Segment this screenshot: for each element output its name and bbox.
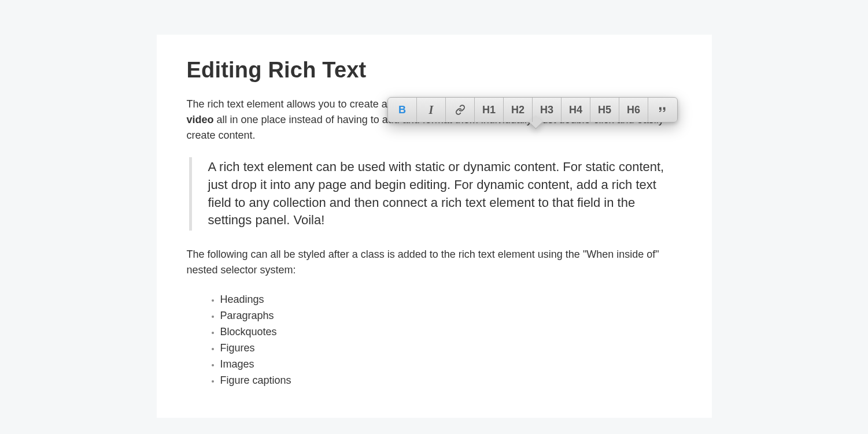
- list-item[interactable]: Blockquotes: [220, 324, 682, 340]
- list-item[interactable]: Figure captions: [220, 373, 682, 389]
- h3-button[interactable]: H3: [533, 98, 562, 122]
- blockquote[interactable]: A rich text element can be used with sta…: [189, 157, 682, 231]
- list-item[interactable]: Figures: [220, 340, 682, 357]
- h4-button[interactable]: H4: [562, 98, 590, 122]
- h2-button[interactable]: H2: [504, 98, 533, 122]
- styleable-list[interactable]: Headings Paragraphs Blockquotes Figures …: [187, 292, 682, 388]
- bold-button[interactable]: B: [388, 98, 417, 122]
- inline-formatting-toolbar: B I H1 H2 H3 H4 H5 H6: [387, 97, 678, 123]
- list-item[interactable]: Headings: [220, 292, 682, 308]
- page-title[interactable]: Editing Rich Text: [187, 58, 682, 83]
- quote-icon: [658, 105, 668, 115]
- italic-button[interactable]: I: [417, 98, 446, 122]
- link-icon: [455, 105, 466, 115]
- italic-icon: I: [429, 103, 434, 117]
- link-button[interactable]: [446, 98, 475, 122]
- canvas: Editing Rich Text The rich text element …: [0, 35, 868, 411]
- list-item[interactable]: Paragraphs: [220, 308, 682, 324]
- h6-button[interactable]: H6: [619, 98, 648, 122]
- h5-button[interactable]: H5: [590, 98, 619, 122]
- list-item[interactable]: Images: [220, 357, 682, 373]
- paragraph-styleable[interactable]: The following can all be styled after a …: [187, 247, 682, 278]
- bold-word-video: video: [187, 114, 214, 125]
- blockquote-button[interactable]: [648, 98, 677, 122]
- rich-text-editor-page[interactable]: Editing Rich Text The rich text element …: [157, 35, 712, 418]
- h1-button[interactable]: H1: [475, 98, 504, 122]
